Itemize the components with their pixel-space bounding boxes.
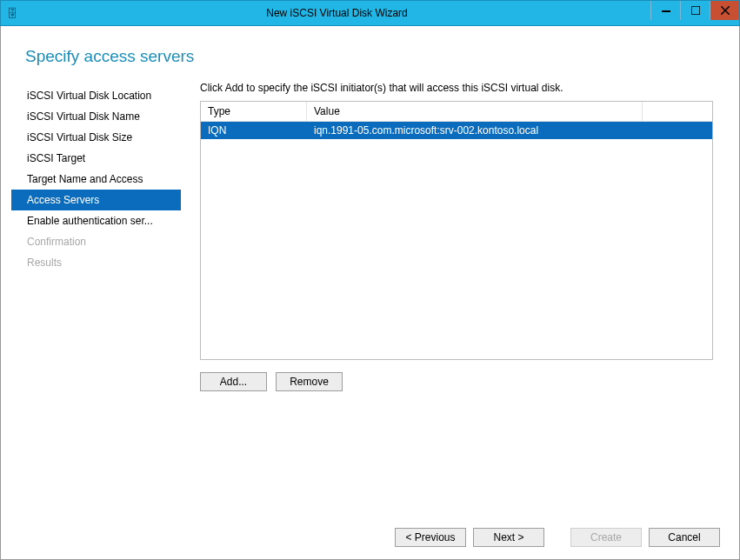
initiators-table: Type Value IQN iqn.1991-05.com.microsoft…: [200, 101, 713, 360]
sidebar-item-disk-size[interactable]: iSCSI Virtual Disk Size: [11, 127, 181, 148]
cell-value: iqn.1991-05.com.microsoft:srv-002.kontos…: [307, 122, 712, 139]
wizard-sidebar: iSCSI Virtual Disk Location iSCSI Virtua…: [11, 82, 181, 391]
previous-button[interactable]: < Previous: [395, 528, 466, 547]
maximize-button[interactable]: [680, 1, 710, 20]
page-title: Specify access servers: [8, 26, 732, 82]
column-header-spacer: [643, 102, 712, 121]
close-button[interactable]: [710, 1, 739, 20]
sidebar-item-disk-location[interactable]: iSCSI Virtual Disk Location: [11, 85, 181, 106]
sidebar-item-confirmation: Confirmation: [11, 231, 181, 252]
instruction-text: Click Add to specify the iSCSI initiator…: [200, 82, 713, 94]
sidebar-item-target-name[interactable]: Target Name and Access: [11, 169, 181, 190]
window-controls: [650, 1, 739, 25]
next-button[interactable]: Next >: [473, 528, 544, 547]
window-body: Specify access servers iSCSI Virtual Dis…: [0, 26, 740, 560]
app-icon: 🗄: [1, 0, 23, 26]
titlebar: 🗄 New iSCSI Virtual Disk Wizard: [0, 0, 740, 26]
table-action-buttons: Add... Remove: [200, 372, 713, 391]
content-area: iSCSI Virtual Disk Location iSCSI Virtua…: [8, 82, 732, 391]
remove-button[interactable]: Remove: [276, 372, 343, 391]
sidebar-item-target[interactable]: iSCSI Target: [11, 148, 181, 169]
column-header-value[interactable]: Value: [307, 102, 643, 121]
add-button[interactable]: Add...: [200, 372, 267, 391]
minimize-icon: [662, 6, 670, 15]
sidebar-item-disk-name[interactable]: iSCSI Virtual Disk Name: [11, 106, 181, 127]
close-icon: [721, 6, 730, 15]
column-header-type[interactable]: Type: [201, 102, 307, 121]
table-header: Type Value: [201, 102, 712, 122]
sidebar-item-results: Results: [11, 252, 181, 273]
main-panel: Click Add to specify the iSCSI initiator…: [181, 82, 729, 391]
create-button: Create: [570, 528, 642, 547]
sidebar-item-enable-auth[interactable]: Enable authentication ser...: [11, 210, 181, 231]
cell-type: IQN: [201, 122, 307, 139]
cancel-button[interactable]: Cancel: [649, 528, 720, 547]
sidebar-item-access-servers[interactable]: Access Servers: [11, 190, 181, 210]
window-title: New iSCSI Virtual Disk Wizard: [23, 7, 650, 19]
minimize-button[interactable]: [650, 1, 680, 20]
svg-rect-0: [662, 10, 670, 12]
wizard-footer: < Previous Next > Create Cancel: [395, 528, 720, 547]
svg-rect-1: [691, 6, 700, 15]
maximize-icon: [691, 6, 700, 15]
table-row[interactable]: IQN iqn.1991-05.com.microsoft:srv-002.ko…: [201, 122, 712, 139]
